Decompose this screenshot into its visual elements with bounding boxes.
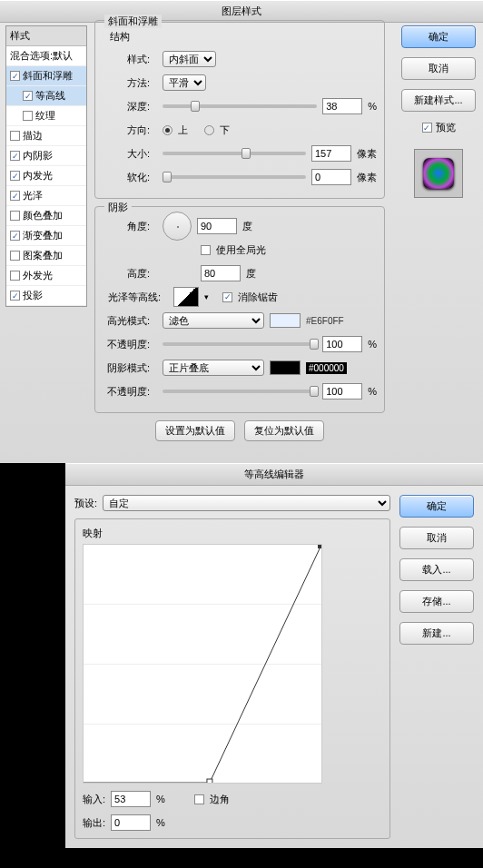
sidebar-item-10[interactable]: 外发光: [6, 266, 86, 286]
effect-checkbox[interactable]: [10, 251, 20, 261]
preset-select[interactable]: 自定: [103, 495, 390, 511]
output-field[interactable]: [111, 814, 151, 831]
preset-label: 预设:: [74, 497, 97, 510]
make-default-button[interactable]: 设置为默认值: [155, 420, 235, 441]
sidebar-item-11[interactable]: ✓投影: [6, 286, 86, 306]
shadow-color[interactable]: [270, 360, 301, 375]
angle-dial[interactable]: [163, 212, 192, 241]
output-label: 输出:: [83, 816, 105, 830]
contour-new-button[interactable]: 新建...: [399, 622, 474, 645]
svg-rect-0: [207, 779, 212, 783]
shadow-opacity-input[interactable]: [322, 383, 362, 399]
blending-options[interactable]: 混合选项:默认: [6, 46, 86, 66]
soften-slider[interactable]: [163, 175, 306, 179]
sidebar-item-1[interactable]: ✓等高线: [6, 86, 86, 106]
sidebar-item-9[interactable]: 图案叠加: [6, 246, 86, 266]
sidebar-item-4[interactable]: ✓内阴影: [6, 146, 86, 166]
svg-rect-1: [318, 545, 321, 548]
reset-default-button[interactable]: 复位为默认值: [244, 420, 324, 441]
input-field[interactable]: [111, 791, 151, 807]
effect-checkbox[interactable]: [10, 271, 20, 281]
soften-input[interactable]: [311, 169, 351, 185]
styles-sidebar: 样式 混合选项:默认 ✓斜面和浮雕✓等高线纹理描边✓内阴影✓内发光✓光泽颜色叠加…: [5, 25, 87, 307]
effect-checkbox[interactable]: ✓: [23, 91, 33, 101]
sidebar-item-8[interactable]: ✓渐变叠加: [6, 226, 86, 246]
altitude-input[interactable]: [201, 265, 241, 281]
sidebar-item-5[interactable]: ✓内发光: [6, 166, 86, 186]
effect-checkbox[interactable]: ✓: [10, 151, 20, 161]
highlight-mode-select[interactable]: 滤色: [163, 312, 264, 329]
effect-checkbox[interactable]: [10, 211, 20, 221]
direction-down-radio[interactable]: [204, 125, 214, 135]
cancel-button[interactable]: 取消: [401, 57, 476, 80]
contour-title: 等高线编辑器: [65, 463, 483, 486]
effect-checkbox[interactable]: ✓: [10, 191, 20, 201]
direction-up-radio[interactable]: [163, 125, 172, 135]
style-select[interactable]: 内斜面: [163, 51, 216, 67]
bevel-settings: 斜面和浮雕 结构 样式:内斜面 方法:平滑 深度:% 方向:上 下 大小:像素 …: [94, 20, 385, 441]
global-light-checkbox[interactable]: [201, 245, 211, 255]
contour-load-button[interactable]: 载入...: [399, 558, 474, 581]
angle-input[interactable]: [197, 218, 237, 234]
curve-canvas[interactable]: [83, 544, 322, 784]
sidebar-item-2[interactable]: 纹理: [6, 106, 86, 126]
size-input[interactable]: [311, 145, 351, 162]
new-style-button[interactable]: 新建样式...: [401, 89, 476, 112]
sidebar-item-6[interactable]: ✓光泽: [6, 186, 86, 206]
effect-checkbox[interactable]: [10, 131, 20, 141]
gloss-contour[interactable]: [173, 287, 199, 307]
input-label: 输入:: [83, 793, 105, 806]
ok-button[interactable]: 确定: [401, 25, 476, 48]
contour-editor-dialog: 等高线编辑器 预设: 自定 映射 输入: % 边角: [65, 463, 483, 848]
shading-title: 阴影: [104, 201, 132, 214]
highlight-opacity-input[interactable]: [322, 336, 362, 352]
mapping-label: 映射: [83, 527, 382, 540]
preview-thumbnail: [414, 149, 463, 198]
structure-label: 结构: [110, 30, 377, 44]
sidebar-item-7[interactable]: 颜色叠加: [6, 206, 86, 226]
effect-checkbox[interactable]: [23, 111, 33, 121]
contour-ok-button[interactable]: 确定: [399, 495, 474, 518]
effect-checkbox[interactable]: ✓: [10, 71, 20, 81]
highlight-opacity-slider[interactable]: [163, 342, 317, 346]
dialog-buttons: 确定 取消 新建样式... ✓预览: [401, 25, 476, 198]
effect-checkbox[interactable]: ✓: [10, 291, 20, 301]
sidebar-header: 样式: [6, 26, 86, 46]
sidebar-item-3[interactable]: 描边: [6, 126, 86, 146]
preview-checkbox[interactable]: ✓预览: [422, 121, 456, 134]
corner-checkbox[interactable]: [194, 794, 204, 804]
effect-checkbox[interactable]: ✓: [10, 171, 20, 181]
size-slider[interactable]: [163, 152, 306, 155]
shadow-mode-select[interactable]: 正片叠底: [163, 360, 264, 376]
bevel-title: 斜面和浮雕: [104, 15, 162, 28]
contour-cancel-button[interactable]: 取消: [399, 527, 474, 549]
antialias-checkbox[interactable]: ✓: [222, 292, 232, 302]
depth-input[interactable]: [322, 98, 362, 114]
highlight-color[interactable]: [270, 313, 301, 328]
sidebar-item-0[interactable]: ✓斜面和浮雕: [6, 66, 86, 86]
mapping-group: 映射 输入: % 边角 输出: %: [74, 518, 390, 839]
effect-checkbox[interactable]: ✓: [10, 231, 20, 241]
technique-select[interactable]: 平滑: [163, 74, 206, 91]
contour-save-button[interactable]: 存储...: [399, 590, 474, 613]
layer-style-dialog: 图层样式 样式 混合选项:默认 ✓斜面和浮雕✓等高线纹理描边✓内阴影✓内发光✓光…: [0, 0, 483, 463]
depth-slider[interactable]: [163, 104, 317, 108]
shadow-opacity-slider[interactable]: [163, 390, 317, 393]
